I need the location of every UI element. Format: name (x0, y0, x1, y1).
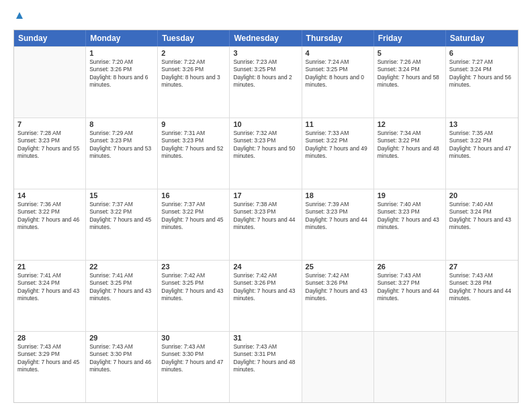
calendar-header-cell: Monday (86, 30, 158, 46)
day-info: Sunrise: 7:38 AMSunset: 3:23 PMDaylight:… (233, 201, 298, 232)
day-info: Sunrise: 7:33 AMSunset: 3:22 PMDaylight:… (306, 130, 370, 161)
day-info: Sunrise: 7:20 AMSunset: 3:26 PMDaylight:… (89, 58, 154, 89)
day-number: 17 (233, 191, 298, 199)
calendar-cell (374, 332, 446, 402)
day-number: 24 (233, 263, 298, 271)
day-number: 6 (449, 49, 515, 57)
calendar-cell: 31Sunrise: 7:43 AMSunset: 3:31 PMDayligh… (230, 332, 302, 402)
calendar-cell: 14Sunrise: 7:36 AMSunset: 3:22 PMDayligh… (14, 189, 86, 260)
day-info: Sunrise: 7:43 AMSunset: 3:29 PMDaylight:… (17, 343, 82, 374)
calendar-header-cell: Tuesday (158, 30, 230, 46)
calendar-cell: 19Sunrise: 7:40 AMSunset: 3:23 PMDayligh… (374, 189, 446, 260)
day-number: 20 (449, 191, 515, 199)
calendar-cell: 8Sunrise: 7:29 AMSunset: 3:23 PMDaylight… (86, 118, 158, 189)
day-info: Sunrise: 7:34 AMSunset: 3:22 PMDaylight:… (378, 130, 442, 161)
calendar-cell: 5Sunrise: 7:26 AMSunset: 3:24 PMDaylight… (374, 47, 446, 118)
calendar-header-cell: Wednesday (230, 30, 302, 46)
day-number: 25 (306, 263, 370, 271)
calendar-cell (14, 47, 86, 118)
calendar-header-cell: Thursday (302, 30, 374, 46)
day-number: 4 (306, 49, 370, 57)
day-number: 23 (161, 263, 226, 271)
calendar-cell: 23Sunrise: 7:42 AMSunset: 3:25 PMDayligh… (158, 261, 230, 331)
day-info: Sunrise: 7:42 AMSunset: 3:26 PMDaylight:… (233, 272, 298, 303)
day-number: 29 (89, 334, 154, 342)
day-info: Sunrise: 7:41 AMSunset: 3:24 PMDaylight:… (17, 272, 82, 303)
header (13, 11, 519, 23)
calendar-cell: 24Sunrise: 7:42 AMSunset: 3:26 PMDayligh… (230, 261, 302, 331)
calendar-cell: 16Sunrise: 7:37 AMSunset: 3:22 PMDayligh… (158, 189, 230, 260)
day-number: 28 (17, 334, 82, 342)
day-number: 18 (306, 191, 370, 199)
day-number: 9 (161, 120, 226, 128)
day-number: 11 (306, 120, 370, 128)
day-info: Sunrise: 7:35 AMSunset: 3:22 PMDaylight:… (449, 130, 515, 161)
day-number: 14 (17, 191, 82, 199)
day-info: Sunrise: 7:42 AMSunset: 3:26 PMDaylight:… (306, 272, 370, 303)
calendar-header-cell: Friday (374, 30, 446, 46)
calendar-cell: 27Sunrise: 7:43 AMSunset: 3:28 PMDayligh… (446, 261, 518, 331)
day-info: Sunrise: 7:37 AMSunset: 3:22 PMDaylight:… (161, 201, 226, 232)
day-info: Sunrise: 7:23 AMSunset: 3:25 PMDaylight:… (233, 58, 298, 89)
calendar-cell: 15Sunrise: 7:37 AMSunset: 3:22 PMDayligh… (86, 189, 158, 260)
calendar-cell: 10Sunrise: 7:32 AMSunset: 3:23 PMDayligh… (230, 118, 302, 189)
calendar-body: 1Sunrise: 7:20 AMSunset: 3:26 PMDaylight… (14, 46, 518, 402)
calendar-cell: 29Sunrise: 7:43 AMSunset: 3:30 PMDayligh… (86, 332, 158, 402)
day-info: Sunrise: 7:39 AMSunset: 3:23 PMDaylight:… (306, 201, 370, 232)
calendar-header-row: SundayMondayTuesdayWednesdayThursdayFrid… (14, 30, 518, 46)
day-number: 16 (161, 191, 226, 199)
day-info: Sunrise: 7:36 AMSunset: 3:22 PMDaylight:… (17, 201, 82, 232)
day-info: Sunrise: 7:28 AMSunset: 3:23 PMDaylight:… (17, 130, 82, 161)
day-number: 8 (89, 120, 154, 128)
calendar-cell: 21Sunrise: 7:41 AMSunset: 3:24 PMDayligh… (14, 261, 86, 331)
day-number: 26 (378, 263, 442, 271)
day-info: Sunrise: 7:42 AMSunset: 3:25 PMDaylight:… (161, 272, 226, 303)
calendar-cell: 20Sunrise: 7:40 AMSunset: 3:24 PMDayligh… (446, 189, 518, 260)
day-info: Sunrise: 7:43 AMSunset: 3:30 PMDaylight:… (89, 343, 154, 374)
calendar-cell: 26Sunrise: 7:43 AMSunset: 3:27 PMDayligh… (374, 261, 446, 331)
day-info: Sunrise: 7:32 AMSunset: 3:23 PMDaylight:… (233, 130, 298, 161)
day-number: 19 (378, 191, 442, 199)
day-info: Sunrise: 7:41 AMSunset: 3:25 PMDaylight:… (89, 272, 154, 303)
calendar-cell: 6Sunrise: 7:27 AMSunset: 3:24 PMDaylight… (446, 47, 518, 118)
calendar-cell: 17Sunrise: 7:38 AMSunset: 3:23 PMDayligh… (230, 189, 302, 260)
day-number: 15 (89, 191, 154, 199)
day-info: Sunrise: 7:40 AMSunset: 3:24 PMDaylight:… (449, 201, 515, 232)
calendar-cell: 3Sunrise: 7:23 AMSunset: 3:25 PMDaylight… (230, 47, 302, 118)
calendar-cell: 25Sunrise: 7:42 AMSunset: 3:26 PMDayligh… (302, 261, 374, 331)
calendar-cell: 28Sunrise: 7:43 AMSunset: 3:29 PMDayligh… (14, 332, 86, 402)
day-info: Sunrise: 7:43 AMSunset: 3:27 PMDaylight:… (378, 272, 442, 303)
day-info: Sunrise: 7:43 AMSunset: 3:30 PMDaylight:… (161, 343, 226, 374)
day-number: 7 (17, 120, 82, 128)
day-info: Sunrise: 7:24 AMSunset: 3:25 PMDaylight:… (306, 58, 370, 89)
day-info: Sunrise: 7:43 AMSunset: 3:28 PMDaylight:… (449, 272, 515, 303)
day-number: 1 (89, 49, 154, 57)
day-number: 22 (89, 263, 154, 271)
day-number: 5 (378, 49, 442, 57)
calendar-cell: 2Sunrise: 7:22 AMSunset: 3:26 PMDaylight… (158, 47, 230, 118)
calendar-cell (302, 332, 374, 402)
day-info: Sunrise: 7:43 AMSunset: 3:31 PMDaylight:… (233, 343, 298, 374)
day-info: Sunrise: 7:31 AMSunset: 3:23 PMDaylight:… (161, 130, 226, 161)
day-info: Sunrise: 7:22 AMSunset: 3:26 PMDaylight:… (161, 58, 226, 89)
calendar-row: 14Sunrise: 7:36 AMSunset: 3:22 PMDayligh… (14, 189, 518, 260)
calendar-row: 28Sunrise: 7:43 AMSunset: 3:29 PMDayligh… (14, 331, 518, 402)
calendar-cell: 30Sunrise: 7:43 AMSunset: 3:30 PMDayligh… (158, 332, 230, 402)
calendar-cell: 12Sunrise: 7:34 AMSunset: 3:22 PMDayligh… (374, 118, 446, 189)
calendar-header-cell: Saturday (446, 30, 518, 46)
calendar-row: 21Sunrise: 7:41 AMSunset: 3:24 PMDayligh… (14, 260, 518, 331)
calendar-row: 7Sunrise: 7:28 AMSunset: 3:23 PMDaylight… (14, 118, 518, 189)
day-info: Sunrise: 7:40 AMSunset: 3:23 PMDaylight:… (378, 201, 442, 232)
day-info: Sunrise: 7:26 AMSunset: 3:24 PMDaylight:… (378, 58, 442, 89)
calendar-cell: 7Sunrise: 7:28 AMSunset: 3:23 PMDaylight… (14, 118, 86, 189)
calendar-cell: 4Sunrise: 7:24 AMSunset: 3:25 PMDaylight… (302, 47, 374, 118)
day-number: 21 (17, 263, 82, 271)
day-info: Sunrise: 7:29 AMSunset: 3:23 PMDaylight:… (89, 130, 154, 161)
day-info: Sunrise: 7:27 AMSunset: 3:24 PMDaylight:… (449, 58, 515, 89)
logo (13, 11, 24, 23)
day-number: 12 (378, 120, 442, 128)
calendar-cell: 22Sunrise: 7:41 AMSunset: 3:25 PMDayligh… (86, 261, 158, 331)
day-number: 27 (449, 263, 515, 271)
calendar: SundayMondayTuesdayWednesdayThursdayFrid… (13, 30, 519, 403)
day-number: 13 (449, 120, 515, 128)
